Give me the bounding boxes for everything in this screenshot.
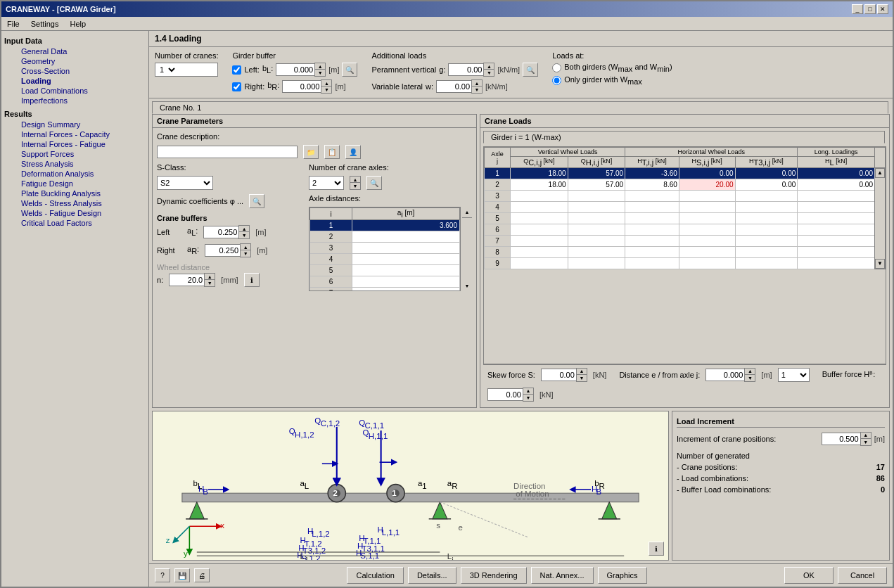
increment-up[interactable]: ▲ — [861, 433, 871, 439]
loads-row-1-hs[interactable]: 0.00 — [679, 167, 735, 179]
axle-row-3[interactable]: 3 — [310, 243, 460, 254]
help-btn[interactable]: ? — [155, 568, 170, 582]
sidebar-item-internal-forces-capacity[interactable]: Internal Forces - Capacity — [4, 129, 146, 139]
sidebar-item-internal-forces-fatigue[interactable]: Internal Forces - Fatigue — [4, 139, 146, 149]
sidebar-item-general-data[interactable]: General Data — [4, 46, 146, 56]
menu-file[interactable]: File — [4, 19, 23, 29]
sidebar-item-plate-buckling[interactable]: Plate Buckling Analysis — [4, 188, 146, 198]
a-L-input[interactable] — [203, 226, 238, 238]
loads-row-2-ht[interactable]: 8.60 — [625, 179, 679, 190]
minimize-button[interactable]: _ — [852, 4, 863, 14]
3d-rendering-button[interactable]: 3D Rendering — [461, 567, 527, 584]
dynamic-coeff-btn[interactable]: 🔍 — [249, 194, 264, 208]
loads-row-2-ht3[interactable]: 0.00 — [735, 179, 798, 190]
g-spin[interactable]: ▲ ▼ — [448, 63, 494, 77]
num-cranes-select[interactable]: 123 — [155, 63, 177, 76]
a-R-spin[interactable]: ▲ ▼ — [205, 243, 251, 257]
diagram-info-btn[interactable]: ℹ — [649, 542, 664, 556]
b-L-input[interactable] — [276, 63, 314, 76]
n-down[interactable]: ▼ — [205, 280, 215, 286]
b-L-icon-btn[interactable]: 🔍 — [342, 63, 357, 77]
w-up[interactable]: ▲ — [472, 80, 482, 87]
sidebar-item-design-summary[interactable]: Design Summary — [4, 120, 146, 129]
distance-up[interactable]: ▲ — [745, 369, 755, 375]
buffer-down[interactable]: ▼ — [523, 395, 533, 401]
crane-description-input[interactable] — [157, 146, 298, 158]
loads-row-2[interactable]: 2 18.00 57.00 8.60 20.00 0.00 0.00 — [485, 179, 886, 190]
sidebar-item-fatigue-design[interactable]: Fatigue Design — [4, 179, 146, 188]
num-axles-btn[interactable]: 🔍 — [366, 176, 382, 190]
sidebar-item-welds-stress[interactable]: Welds - Stress Analysis — [4, 198, 146, 208]
radio-both-girders[interactable]: Both girders (Wmax and Wmin) — [552, 63, 672, 73]
sidebar-item-support-forces[interactable]: Support Forces — [4, 149, 146, 159]
b-R-up[interactable]: ▲ — [321, 80, 331, 87]
sidebar-item-stress-analysis[interactable]: Stress Analysis — [4, 159, 146, 169]
loads-row-1[interactable]: 1 18.00 57.00 -3.60 0.00 0.00 0.00 — [485, 167, 886, 179]
right-checkbox[interactable] — [232, 82, 241, 91]
n-spin[interactable]: ▲ ▼ — [169, 273, 215, 287]
radio-both-input[interactable] — [552, 63, 561, 72]
w-down[interactable]: ▼ — [472, 87, 482, 93]
loads-row-7[interactable]: 7 — [485, 235, 886, 246]
num-axles-select[interactable]: 1234 — [309, 176, 344, 190]
num-cranes-dropdown[interactable]: 123 — [155, 63, 218, 77]
axle-row-1-a[interactable]: 3.600 — [352, 220, 460, 231]
a-R-input[interactable] — [205, 244, 240, 257]
loads-row-3[interactable]: 3 — [485, 190, 886, 201]
a-L-spin[interactable]: ▲ ▼ — [203, 225, 250, 239]
w-input[interactable] — [436, 80, 471, 93]
axle-row-2[interactable]: 2 — [310, 231, 460, 243]
num-axles-down[interactable]: ▼ — [350, 183, 360, 189]
loads-row-5[interactable]: 5 — [485, 212, 886, 224]
increment-down[interactable]: ▼ — [861, 439, 871, 445]
sidebar-item-cross-section[interactable]: Cross-Section — [4, 66, 146, 76]
crane-tab-1[interactable]: Crane No. 1 — [152, 101, 888, 114]
crane-desc-btn1[interactable]: 📁 — [303, 145, 319, 159]
increment-spin[interactable]: ▲ ▼ — [822, 432, 871, 446]
distance-down[interactable]: ▼ — [745, 375, 755, 381]
loads-row-4[interactable]: 4 — [485, 201, 886, 212]
sidebar-item-deformation-analysis[interactable]: Deformation Analysis — [4, 169, 146, 179]
loads-row-6[interactable]: 6 — [485, 224, 886, 235]
loads-scroll-up[interactable]: ▲ — [875, 168, 885, 178]
axle-row-4[interactable]: 4 — [310, 254, 460, 265]
ok-button[interactable]: OK — [784, 567, 834, 584]
loads-row-2-hl[interactable]: 0.00 — [798, 179, 875, 190]
crane-loads-tab[interactable]: Girder i = 1 (W-max) — [483, 131, 885, 143]
b-R-spin[interactable]: ▲ ▼ — [282, 79, 332, 94]
menu-settings[interactable]: Settings — [28, 19, 62, 29]
crane-desc-btn2[interactable]: 📋 — [324, 145, 340, 159]
skew-spin[interactable]: ▲ ▼ — [541, 368, 587, 382]
loads-row-1-qc[interactable]: 18.00 — [511, 167, 568, 179]
a-L-down[interactable]: ▼ — [239, 232, 249, 238]
axle-scroll-up[interactable]: ▲ — [462, 207, 472, 218]
menu-help[interactable]: Help — [67, 19, 89, 29]
sidebar-item-loading[interactable]: Loading — [4, 76, 146, 86]
n-input[interactable] — [169, 274, 204, 286]
calculation-button[interactable]: Calculation — [347, 567, 403, 584]
distance-spin[interactable]: ▲ ▼ — [705, 368, 755, 382]
loads-scrollbar[interactable]: ▲ ▼ — [875, 167, 886, 269]
g-down[interactable]: ▼ — [484, 70, 494, 76]
buffer-input[interactable] — [487, 388, 523, 401]
b-L-down[interactable]: ▼ — [315, 70, 325, 76]
axle-row-6[interactable]: 6 — [310, 276, 460, 288]
sidebar-item-imperfections[interactable]: Imperfections — [4, 96, 146, 106]
b-L-spin[interactable]: ▲ ▼ — [276, 63, 326, 77]
loads-row-1-ht[interactable]: -3.60 — [625, 167, 679, 179]
loads-row-8[interactable]: 8 — [485, 246, 886, 257]
num-axles-spin[interactable]: ▲ ▼ — [350, 176, 361, 190]
w-spin[interactable]: ▲ ▼ — [436, 79, 483, 94]
loads-row-1-qh[interactable]: 57.00 — [568, 167, 625, 179]
axle-scroll-down[interactable]: ▼ — [462, 280, 472, 291]
loads-row-2-qh[interactable]: 57.00 — [568, 179, 625, 190]
sidebar-item-geometry[interactable]: Geometry — [4, 56, 146, 66]
save-btn[interactable]: 💾 — [174, 568, 190, 582]
axle-row-5[interactable]: 5 — [310, 265, 460, 276]
sidebar-item-welds-fatigue[interactable]: Welds - Fatigue Design — [4, 208, 146, 218]
radio-only-input[interactable] — [552, 76, 561, 85]
sidebar-item-critical-load[interactable]: Critical Load Factors — [4, 218, 146, 228]
n-up[interactable]: ▲ — [205, 274, 215, 280]
skew-down[interactable]: ▼ — [577, 375, 587, 381]
loads-row-1-ht3[interactable]: 0.00 — [735, 167, 798, 179]
